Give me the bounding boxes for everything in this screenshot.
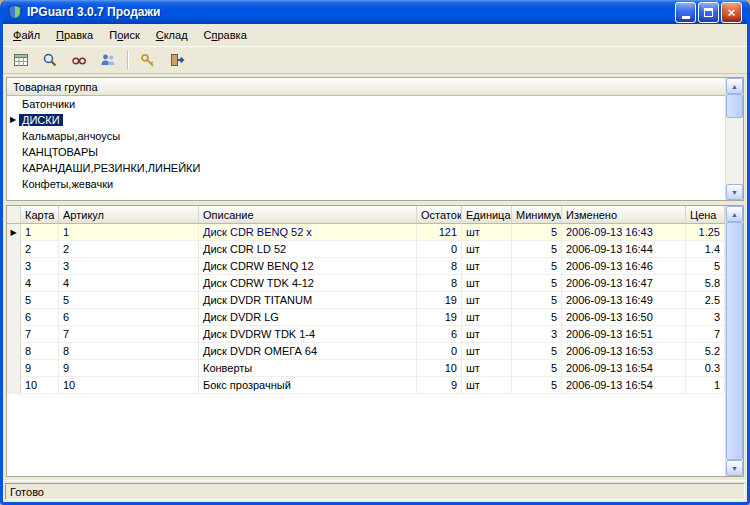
table-row[interactable]: 77Диск DVDRW TDK 1-46шт32006-09-13 16:51…: [7, 326, 725, 343]
grid-scroll-track[interactable]: [726, 222, 743, 460]
app-icon: [7, 4, 23, 20]
cell-izmeneno: 2006-09-13 16:50: [562, 309, 686, 326]
column-header-minimum[interactable]: Минимум: [512, 206, 562, 224]
users-icon: [100, 52, 116, 68]
group-row[interactable]: Кальмары,анчоусы: [7, 128, 725, 144]
cell-artikul: 8: [59, 343, 199, 360]
cell-minimum: 5: [512, 258, 562, 275]
cell-karta: 7: [21, 326, 59, 343]
scroll-up-icon[interactable]: ▲: [726, 78, 743, 94]
group-panel: Товарная группа Батончики▶ДИСКИКальмары,…: [6, 77, 744, 201]
column-header-izmeneno[interactable]: Изменено: [562, 206, 686, 224]
cell-minimum: 5: [512, 241, 562, 258]
row-indicator-cell: [7, 241, 21, 258]
group-label: Кальмары,анчоусы: [19, 130, 123, 142]
cell-ostatok: 8: [417, 258, 462, 275]
menu-item[interactable]: Файл: [5, 27, 48, 43]
table-icon: [13, 52, 29, 68]
selected-row-marker: ▶: [7, 116, 19, 124]
group-label: Батончики: [19, 98, 78, 110]
table-row[interactable]: 66Диск DVDR LG19шт52006-09-13 16:503: [7, 309, 725, 326]
cell-artikul: 9: [59, 360, 199, 377]
key-button[interactable]: [135, 48, 161, 72]
row-indicator-cell: [7, 326, 21, 343]
menubar: ФайлПравкаПоискСкладСправка: [3, 24, 747, 46]
table-row[interactable]: 22Диск CDR LD 520шт52006-09-13 16:441.4: [7, 241, 725, 258]
cell-izmeneno: 2006-09-13 16:54: [562, 360, 686, 377]
cell-tsena: 2.5: [686, 292, 725, 309]
cell-ostatok: 0: [417, 343, 462, 360]
cell-izmeneno: 2006-09-13 16:49: [562, 292, 686, 309]
cell-edinitsa: шт: [462, 309, 512, 326]
scroll-up-icon[interactable]: ▲: [726, 206, 743, 222]
group-row[interactable]: ▶ДИСКИ: [7, 112, 725, 128]
table-row[interactable]: 44Диск CDRW TDK 4-128шт52006-09-13 16:47…: [7, 275, 725, 292]
minimize-button[interactable]: [675, 2, 696, 23]
row-indicator-cell: [7, 343, 21, 360]
cell-ostatok: 19: [417, 309, 462, 326]
column-header-opisanie[interactable]: Описание: [199, 206, 417, 224]
table-row[interactable]: 1010Бокс прозрачный9шт52006-09-13 16:541: [7, 377, 725, 394]
column-header-edinitsa[interactable]: Единица: [462, 206, 512, 224]
group-row[interactable]: КАРАНДАШИ,РЕЗИНКИ,ЛИНЕЙКИ: [7, 160, 725, 176]
cell-izmeneno: 2006-09-13 16:44: [562, 241, 686, 258]
cell-edinitsa: шт: [462, 224, 512, 241]
menu-item[interactable]: Справка: [196, 27, 255, 43]
cell-karta: 10: [21, 377, 59, 394]
column-header-artikul[interactable]: Артикул: [59, 206, 199, 224]
column-header-tsena[interactable]: Цена: [686, 206, 725, 224]
group-row[interactable]: КАНЦТОВАРЫ: [7, 144, 725, 160]
cell-opisanie: Бокс прозрачный: [199, 377, 417, 394]
close-icon: ×: [728, 6, 736, 19]
table-button[interactable]: [8, 48, 34, 72]
exit-button[interactable]: [164, 48, 190, 72]
cell-opisanie: Диск CDRW BENQ 12: [199, 258, 417, 275]
cell-ostatok: 10: [417, 360, 462, 377]
toolbar: [3, 46, 747, 74]
cell-tsena: 3: [686, 309, 725, 326]
grid-scrollbar[interactable]: ▲ ▼: [725, 206, 743, 476]
cell-izmeneno: 2006-09-13 16:51: [562, 326, 686, 343]
table-row[interactable]: ▶11Диск CDR BENQ 52 x121шт52006-09-13 16…: [7, 224, 725, 241]
scroll-down-icon[interactable]: ▼: [726, 460, 743, 476]
cell-edinitsa: шт: [462, 292, 512, 309]
row-indicator-cell: [7, 309, 21, 326]
cell-artikul: 7: [59, 326, 199, 343]
cell-izmeneno: 2006-09-13 16:46: [562, 258, 686, 275]
cell-opisanie: Диск CDRW TDK 4-12: [199, 275, 417, 292]
table-row[interactable]: 99Конверты10шт52006-09-13 16:540.3: [7, 360, 725, 377]
group-label: Конфеты,жевачки: [19, 178, 116, 190]
group-scroll-thumb[interactable]: [726, 94, 743, 118]
cell-tsena: 1.4: [686, 241, 725, 258]
view-button[interactable]: [66, 48, 92, 72]
grid-scroll-thumb[interactable]: [726, 222, 743, 460]
menu-item[interactable]: Склад: [148, 27, 196, 43]
column-header-ostatok[interactable]: Остаток: [417, 206, 462, 224]
search-button[interactable]: [37, 48, 63, 72]
group-row[interactable]: Батончики: [7, 96, 725, 112]
group-row[interactable]: Конфеты,жевачки: [7, 176, 725, 192]
cell-karta: 3: [21, 258, 59, 275]
cell-ostatok: 121: [417, 224, 462, 241]
menu-item[interactable]: Правка: [48, 27, 101, 43]
table-row[interactable]: 33Диск CDRW BENQ 128шт52006-09-13 16:465: [7, 258, 725, 275]
titlebar[interactable]: IPGuard 3.0.7 Продажи ×: [3, 0, 747, 24]
cell-minimum: 3: [512, 326, 562, 343]
scroll-down-icon[interactable]: ▼: [726, 184, 743, 200]
table-row[interactable]: 55Диск DVDR TITANUM19шт52006-09-13 16:49…: [7, 292, 725, 309]
group-scroll-track[interactable]: [726, 94, 743, 184]
column-header-karta[interactable]: Карта: [21, 206, 59, 224]
cell-artikul: 1: [59, 224, 199, 241]
group-header[interactable]: Товарная группа: [7, 78, 725, 96]
cell-tsena: 1.25: [686, 224, 725, 241]
group-label: КАНЦТОВАРЫ: [19, 146, 101, 158]
maximize-icon: [704, 8, 713, 17]
group-scrollbar[interactable]: ▲ ▼: [725, 78, 743, 200]
cell-karta: 8: [21, 343, 59, 360]
maximize-button[interactable]: [698, 2, 719, 23]
row-indicator-cell: [7, 360, 21, 377]
users-button[interactable]: [95, 48, 121, 72]
menu-item[interactable]: Поиск: [101, 27, 148, 43]
table-row[interactable]: 88Диск DVDR ОМЕГА 640шт52006-09-13 16:53…: [7, 343, 725, 360]
close-button[interactable]: ×: [721, 2, 742, 23]
